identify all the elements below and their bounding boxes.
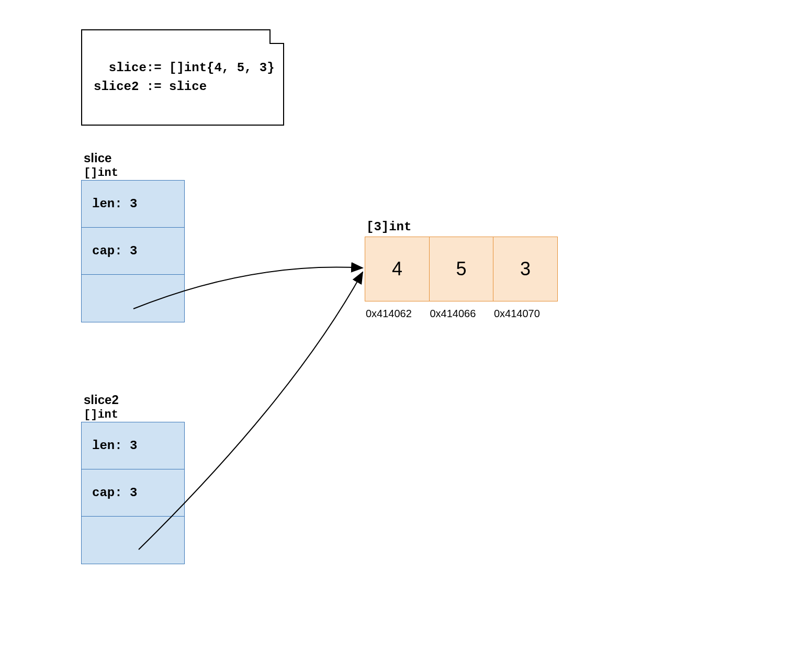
code-note: slice:= []int{4, 5, 3} slice2 := slice (81, 29, 284, 126)
code-line-1: slice:= []int{4, 5, 3} (109, 61, 275, 75)
address-row: 0x414062 0x414066 0x414070 (365, 308, 557, 320)
slice1-type: []int (84, 166, 118, 180)
slice2-ptr-cell (82, 517, 184, 564)
array-row: 4 5 3 (365, 237, 557, 301)
slice1-name: slice (84, 151, 111, 165)
slice2-type: []int (84, 408, 118, 421)
address-0: 0x414062 (365, 308, 430, 320)
slice2-cap-cell: cap: 3 (82, 469, 184, 517)
code-line-2: slice2 := slice (94, 80, 207, 94)
slice2-box: len: 3 cap: 3 (81, 422, 185, 564)
address-1: 0x414066 (429, 308, 494, 320)
slice1-box: len: 3 cap: 3 (81, 180, 185, 322)
array-cell-2: 3 (493, 237, 558, 301)
slice1-cap-cell: cap: 3 (82, 228, 184, 275)
slice1-ptr-cell (82, 275, 184, 322)
array-cell-1: 5 (429, 237, 494, 301)
slice2-len-cell: len: 3 (82, 422, 184, 469)
array-cell-0: 4 (365, 237, 430, 301)
slice1-len-cell: len: 3 (82, 181, 184, 228)
note-fold-icon (269, 29, 284, 44)
array-type-label: [3]int (366, 220, 411, 234)
slice2-name: slice2 (84, 393, 119, 407)
address-2: 0x414070 (493, 308, 558, 320)
